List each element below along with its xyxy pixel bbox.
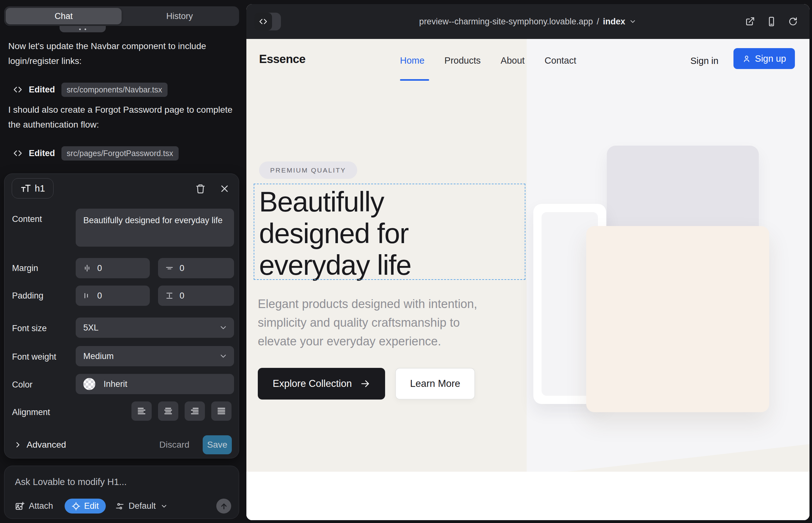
file-chip[interactable]: src/pages/ForgotPassword.tsx (61, 146, 179, 161)
save-button[interactable]: Save (203, 435, 232, 454)
padding-y-input[interactable]: 0 (158, 286, 234, 306)
margin-label: Margin (12, 264, 38, 273)
margin-x-value: 0 (97, 264, 102, 273)
sign-up-label: Sign up (755, 54, 786, 64)
align-justify-button[interactable] (211, 401, 231, 421)
hero-description: Elegant products designed with intention… (258, 295, 498, 351)
app-window: Chat History Now let's update the Navbar… (0, 0, 812, 523)
font-weight-label: Font weight (12, 352, 56, 362)
edited-label: Edited (29, 148, 55, 158)
site-logo[interactable]: Essence (259, 53, 306, 66)
color-select[interactable]: Inherit (76, 374, 234, 394)
margin-y-input[interactable]: 0 (158, 258, 234, 278)
mode-select[interactable]: Default (115, 501, 168, 511)
learn-more-button[interactable]: Learn More (395, 368, 475, 399)
composer-toolbar: Attach Edit Default (15, 499, 231, 513)
color-swatch (83, 378, 95, 390)
margin-horizontal-icon (83, 264, 91, 273)
nav-link-products[interactable]: Products (444, 55, 480, 66)
advanced-toggle[interactable]: Advanced (14, 440, 66, 450)
padding-horizontal-icon (83, 291, 91, 300)
site-nav: Home Products About Contact (400, 55, 576, 66)
next-section (246, 472, 810, 520)
font-size-label: Font size (12, 324, 47, 333)
delete-element-button[interactable] (194, 183, 207, 195)
mobile-view-icon[interactable] (766, 16, 777, 26)
active-nav-underline (400, 79, 429, 81)
user-icon (742, 54, 751, 63)
margin-y-value: 0 (180, 264, 184, 273)
sign-up-button[interactable]: Sign up (734, 48, 795, 69)
url-separator: / (597, 17, 599, 26)
send-button[interactable] (216, 499, 231, 513)
hero-image-card-front (586, 226, 769, 412)
nav-link-about[interactable]: About (501, 55, 525, 66)
align-center-button[interactable] (158, 401, 178, 421)
site-viewport: Essence Home Products About Contact Sign… (246, 39, 810, 520)
h1-selection-outline[interactable] (254, 184, 525, 280)
close-panel-button[interactable] (218, 183, 231, 195)
font-weight-value: Medium (83, 351, 114, 361)
composer-input[interactable]: Ask Lovable to modify H1... (15, 477, 127, 487)
edit-mode-button[interactable]: Edit (65, 499, 106, 513)
scrolled-button-partial[interactable] (59, 26, 106, 32)
margin-x-input[interactable]: 0 (76, 258, 150, 278)
explore-collection-label: Explore Collection (273, 378, 352, 390)
nav-link-contact[interactable]: Contact (545, 55, 576, 66)
tab-chat[interactable]: Chat (6, 8, 122, 24)
sign-in-link[interactable]: Sign in (690, 56, 719, 66)
chevron-down-icon (160, 502, 168, 510)
padding-label: Padding (12, 291, 43, 301)
mode-label: Default (128, 501, 156, 511)
font-size-select[interactable]: 5XL (76, 318, 234, 338)
padding-x-input[interactable]: 0 (76, 286, 150, 306)
site-preview-window: preview--charming-site-symphony.lovable.… (246, 4, 810, 520)
file-chip[interactable]: src/components/Navbar.tsx (61, 83, 168, 97)
preview-url[interactable]: preview--charming-site-symphony.lovable.… (246, 4, 810, 39)
arrow-up-icon (219, 502, 228, 511)
margin-vertical-icon (165, 264, 174, 273)
edit-label: Edit (84, 501, 99, 511)
content-label: Content (12, 214, 42, 224)
padding-vertical-icon (165, 291, 174, 300)
hero-badge: PREMIUM QUALITY (259, 161, 357, 179)
open-external-icon[interactable] (745, 16, 755, 26)
type-icon (20, 183, 31, 194)
explore-collection-button[interactable]: Explore Collection (258, 368, 385, 399)
chevron-down-icon (629, 18, 637, 25)
refresh-icon[interactable] (788, 16, 798, 26)
align-left-button[interactable] (131, 401, 152, 421)
tab-history[interactable]: History (122, 8, 237, 24)
font-size-value: 5XL (83, 323, 99, 333)
arrow-right-icon (360, 379, 370, 389)
element-tag-label: h1 (35, 183, 45, 194)
chevron-right-icon (14, 441, 21, 449)
url-page: index (603, 17, 625, 26)
image-plus-icon (15, 502, 24, 511)
selected-element-tag: h1 (12, 178, 54, 198)
align-right-button[interactable] (184, 401, 205, 421)
preview-browser-bar: preview--charming-site-symphony.lovable.… (246, 4, 810, 39)
chat-composer: Ask Lovable to modify H1... Attach Edit … (4, 466, 239, 519)
chevron-down-icon (219, 352, 228, 361)
code-icon (13, 148, 22, 158)
color-label: Color (12, 380, 33, 390)
nav-link-home[interactable]: Home (400, 55, 424, 66)
alignment-buttons (131, 401, 231, 421)
edited-label: Edited (29, 85, 55, 95)
discard-button[interactable]: Discard (159, 440, 189, 450)
panel-footer: Advanced Discard Save (14, 435, 232, 454)
content-input[interactable]: Beautifully designed for everyday life (76, 209, 234, 247)
assistant-message: Now let's update the Navbar component to… (8, 39, 234, 68)
padding-x-value: 0 (97, 291, 102, 301)
edited-file-row: Edited src/components/Navbar.tsx (13, 82, 167, 97)
font-weight-select[interactable]: Medium (76, 346, 234, 366)
attach-button[interactable]: Attach (15, 501, 53, 511)
url-host: preview--charming-site-symphony.lovable.… (419, 17, 593, 26)
attach-label: Attach (29, 501, 53, 511)
browser-actions (745, 4, 798, 39)
chat-history-tabs: Chat History (4, 6, 239, 26)
advanced-label: Advanced (27, 440, 66, 450)
sliders-icon (115, 502, 124, 511)
code-icon (13, 85, 22, 94)
